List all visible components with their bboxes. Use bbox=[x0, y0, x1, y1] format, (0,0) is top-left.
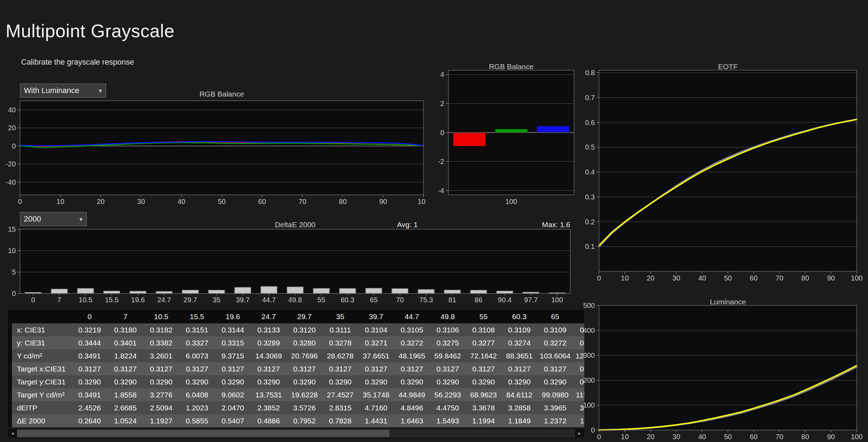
table-row: dEITP2.45262.66852.50941.20232.04702.385… bbox=[12, 401, 584, 414]
table-cell: 0.3280 bbox=[287, 336, 322, 349]
table-cell: 0.3127 bbox=[107, 362, 143, 375]
table-cell: 3.2601 bbox=[143, 349, 179, 362]
svg-text:44.7: 44.7 bbox=[262, 296, 276, 304]
svg-text:35: 35 bbox=[212, 296, 220, 304]
eotf-chart-title: EOTF bbox=[599, 62, 857, 71]
svg-text:200: 200 bbox=[583, 376, 595, 384]
table-row: Target y:CIE310.32900.32900.32900.32900.… bbox=[12, 375, 584, 388]
table-cell: 0.3108 bbox=[466, 323, 501, 336]
column-header: 49.8 bbox=[430, 310, 466, 323]
table-cell: 1.1849 bbox=[501, 414, 537, 427]
luminance-chart-title: Luminance bbox=[599, 298, 857, 306]
svg-text:7: 7 bbox=[57, 296, 61, 304]
scrollbar-track[interactable] bbox=[17, 429, 575, 437]
chevron-down-icon: ▼ bbox=[78, 216, 84, 222]
table-cell: 3.2776 bbox=[143, 388, 179, 401]
column-header: 15.5 bbox=[179, 310, 215, 323]
table-cell: 0.3275 bbox=[430, 336, 466, 349]
svg-text:10.5: 10.5 bbox=[79, 296, 92, 304]
table-cell: 1.8224 bbox=[107, 349, 143, 362]
table-cell: 0.3106 bbox=[430, 323, 466, 336]
table-cell: 0.3272 bbox=[394, 336, 430, 349]
table-cell: 9.3715 bbox=[215, 349, 251, 362]
table-cell: 0.3290 bbox=[143, 375, 179, 388]
table-cell: 4.8496 bbox=[394, 401, 430, 414]
svg-text:5: 5 bbox=[12, 268, 16, 276]
svg-text:70: 70 bbox=[298, 198, 306, 205]
table-cell: 2.5094 bbox=[143, 401, 179, 414]
table-cell: 0.3277 bbox=[466, 336, 501, 349]
row-label: ΔE 2000 bbox=[12, 414, 72, 427]
column-header: 0 bbox=[72, 310, 107, 323]
table-cell: 27.4527 bbox=[322, 388, 358, 401]
table-cell: 56.2293 bbox=[430, 388, 466, 401]
table-cell: 0.3289 bbox=[251, 336, 287, 349]
table-cell: 20.7696 bbox=[287, 349, 322, 362]
table-cell: 19.6228 bbox=[287, 388, 322, 401]
row-label: Target x:CIE31 bbox=[12, 362, 72, 375]
table-cell: 0.3127 bbox=[143, 362, 179, 375]
table-cell: 2.8315 bbox=[322, 401, 358, 414]
svg-text:30: 30 bbox=[137, 198, 145, 205]
svg-text:300: 300 bbox=[583, 351, 595, 359]
svg-text:100: 100 bbox=[583, 401, 595, 409]
table-cell: 59.8462 bbox=[430, 349, 466, 362]
table-cell: 72.1642 bbox=[466, 349, 501, 362]
deltae-max-label: Max: 1.6 bbox=[506, 220, 570, 229]
grayscale-calibration-page: Multipoint Grayscale Calibrate the grays… bbox=[0, 0, 868, 442]
luminance-mode-value: With Luminance bbox=[24, 86, 79, 95]
table-cell: 0.3127 bbox=[179, 362, 215, 375]
svg-text:-40: -40 bbox=[6, 178, 16, 186]
svg-text:0.3: 0.3 bbox=[585, 193, 595, 201]
luminance-chart: 50040030020010000102030405060708090100 bbox=[583, 295, 868, 442]
column-header: 10.5 bbox=[143, 310, 179, 323]
svg-text:70: 70 bbox=[396, 296, 404, 304]
deltae-chart-title: DeltaE 2000 bbox=[20, 220, 570, 229]
svg-text:0: 0 bbox=[12, 142, 16, 150]
column-header: 39.7 bbox=[358, 310, 394, 323]
deltae-2000-chart: 1510500710.515.519.624.729.73539.744.749… bbox=[4, 219, 573, 304]
svg-text:50: 50 bbox=[724, 433, 732, 441]
table-horizontal-scrollbar[interactable]: ◄ ► bbox=[8, 429, 584, 438]
table-cell: 3.5726 bbox=[287, 401, 322, 414]
svg-text:90: 90 bbox=[379, 198, 387, 205]
rgb-balance-bar-chart-title: RGB Balance bbox=[448, 62, 574, 71]
row-label: Y cd/m² bbox=[12, 349, 72, 362]
column-header: 44.7 bbox=[394, 310, 430, 323]
luminance-mode-dropdown[interactable]: With Luminance ▼ bbox=[20, 84, 106, 98]
scrollbar-thumb[interactable] bbox=[17, 430, 389, 437]
svg-text:60: 60 bbox=[750, 274, 757, 282]
table-cell: 2.4526 bbox=[72, 401, 107, 414]
table-row: y: CIE310.34440.34010.33820.33270.33150.… bbox=[12, 336, 584, 349]
svg-text:86: 86 bbox=[475, 296, 482, 304]
table-cell: 0.3290 bbox=[537, 375, 573, 388]
table-cell: 103.6064 bbox=[537, 349, 573, 362]
column-header: 65 bbox=[537, 310, 573, 323]
svg-text:100: 100 bbox=[417, 198, 426, 205]
svg-text:20: 20 bbox=[647, 274, 655, 282]
table-cell: 0.3127 bbox=[72, 362, 107, 375]
table-cell: 0.3109 bbox=[501, 323, 537, 336]
table-cell: 0.4886 bbox=[251, 414, 287, 427]
svg-text:29.7: 29.7 bbox=[184, 296, 197, 304]
table-cell: 3.3678 bbox=[466, 401, 501, 414]
table-cell: 1.1927 bbox=[143, 414, 179, 427]
table-cell: 37.6651 bbox=[358, 349, 394, 362]
svg-text:500: 500 bbox=[583, 302, 595, 309]
svg-text:70: 70 bbox=[776, 433, 783, 441]
table-cell: 0.3290 bbox=[215, 375, 251, 388]
table-cell: 0.3290 bbox=[107, 375, 143, 388]
row-label: Target y:CIE31 bbox=[12, 375, 72, 388]
table-cell: 44.9849 bbox=[394, 388, 430, 401]
table-cell: 9.0602 bbox=[215, 388, 251, 401]
deltae-avg-label: Avg: 1 bbox=[383, 220, 432, 229]
svg-text:0.5: 0.5 bbox=[585, 143, 595, 151]
svg-text:40: 40 bbox=[8, 106, 16, 114]
table-cell: 0.3111 bbox=[322, 323, 358, 336]
svg-text:20: 20 bbox=[647, 433, 655, 441]
measurement-table-wrap: 0710.515.519.624.729.73539.744.749.85560… bbox=[8, 310, 584, 427]
scroll-left-button[interactable]: ◄ bbox=[8, 429, 17, 437]
deltae-formula-dropdown[interactable]: 2000 ▼ bbox=[20, 212, 87, 226]
svg-text:0.7: 0.7 bbox=[585, 94, 595, 101]
svg-text:400: 400 bbox=[583, 326, 595, 334]
